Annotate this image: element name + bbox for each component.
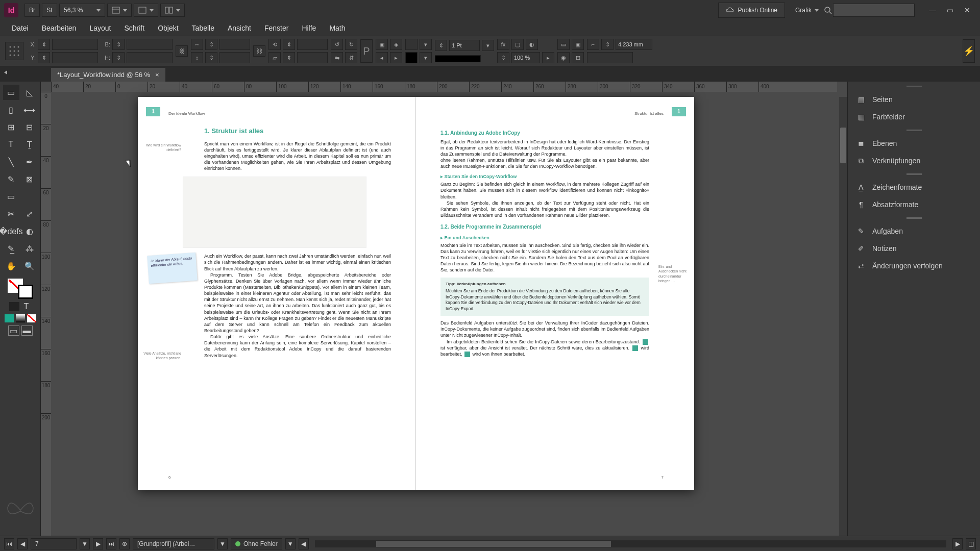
scale-x-stepper[interactable]: ⇕ [205,39,217,50]
fill-swatch[interactable] [405,39,418,50]
rectangle-frame-tool[interactable]: ⊠ [21,171,38,187]
scrollbar-thumb[interactable] [376,541,611,547]
hscroll-left-button[interactable]: ◀ [299,538,309,549]
close-window-button[interactable]: ✕ [959,4,976,17]
menu-objekt[interactable]: Objekt [151,21,185,35]
drop-shadow-button[interactable]: ▢ [511,39,524,50]
type-tool[interactable]: T [3,137,19,152]
page-left[interactable]: 1 Der ideale Workflow 1. Struktur ist al… [138,97,416,490]
normal-view-button[interactable]: ▭ [8,325,19,336]
rotate-ccw-button[interactable]: ↺ [331,39,343,50]
page-right[interactable]: 1 Struktur ist alles 1.1. Anbindung zu A… [416,97,694,490]
apply-none-button[interactable] [27,314,36,322]
document-tab[interactable]: *Layout_Workflow.indd @ 56 % × [51,68,165,82]
apply-color-button[interactable] [5,314,14,322]
shear-stepper[interactable]: ⇕ [283,52,295,63]
select-container-button[interactable]: ▣ [376,39,388,50]
stroke-style-select[interactable] [435,55,481,62]
direct-selection-tool[interactable]: ◺ [21,85,38,100]
corner-shape-select[interactable] [587,52,633,63]
w-field[interactable] [127,39,173,50]
ellipse-tool[interactable] [21,189,38,204]
workspace-switcher[interactable]: Grafik [791,4,823,17]
menu-bearbeiten[interactable]: Bearbeiten [35,21,83,35]
scale-y-select[interactable] [219,52,250,63]
stroke-weight-field[interactable] [449,40,480,51]
corner-options-button[interactable]: ⌐ [587,39,599,50]
apply-gradient-button[interactable] [16,314,25,322]
menu-tabelle[interactable]: Tabelle [185,21,221,35]
rectangle-tool[interactable]: ▭ [3,189,19,204]
formatting-text-button[interactable]: T [21,302,32,311]
panel-aenderungen[interactable]: ⇄Änderungen verfolgen [848,257,980,274]
panel-aufgaben[interactable]: ✎Aufgaben [848,222,980,240]
note-tool[interactable]: ✎̲ [3,241,19,256]
x-stepper[interactable]: ⇕ [38,39,50,50]
preflight-dropdown[interactable]: ▼ [285,538,296,549]
stroke-color-swatch[interactable] [18,285,33,299]
horizontal-scrollbar[interactable] [315,540,946,547]
flip-horizontal-button[interactable]: ⇋ [331,52,343,63]
type-on-path-tool[interactable]: Ṯ [21,137,38,152]
minimize-button[interactable]: — [924,4,941,17]
last-spread-button[interactable]: ⏭ [106,538,116,549]
corner-radius-field[interactable] [616,39,652,50]
preview-view-button[interactable]: ▬ [21,325,33,336]
pencil-tool[interactable]: ✎ [3,171,19,187]
text-wrap-jump-button[interactable]: ⊟ [572,52,584,63]
menu-fenster[interactable]: Fenster [258,21,295,35]
fill-dropdown[interactable]: ▾ [420,39,432,50]
select-next-button[interactable]: ▸ [390,52,402,63]
gap-tool[interactable]: ⟷ [21,102,38,117]
text-wrap-shape-button[interactable]: ◉ [557,52,570,63]
corner-stepper[interactable]: ⇕ [601,39,614,50]
panel-ebenen[interactable]: ≣Ebenen [848,135,980,152]
panel-zeichenformate[interactable]: A̲Zeichenformate [848,179,980,196]
formatting-container-button[interactable] [9,302,19,311]
panel-collapse-icon[interactable] [4,70,7,74]
dock-grip-icon[interactable] [848,82,980,91]
hscroll-right-button[interactable]: ▶ [952,538,963,549]
stock-button[interactable]: St [42,4,57,17]
view-options-button[interactable] [107,4,132,17]
constrain-proportions-toggle[interactable]: ⛓ [176,45,188,57]
rotation-stepper[interactable]: ⇕ [283,39,295,50]
scale-x-select[interactable] [219,39,250,50]
y-stepper[interactable]: ⇕ [38,52,50,63]
profile-dropdown[interactable]: ▼ [217,538,228,549]
prev-spread-button[interactable]: ◀ [17,538,28,549]
arrange-documents-button[interactable] [160,4,185,17]
menu-schrift[interactable]: Schrift [117,21,151,35]
select-previous-button[interactable]: ◂ [376,52,388,63]
select-content-button[interactable]: ◈ [390,39,402,50]
reference-point-proxy[interactable] [5,42,23,60]
bridge-button[interactable]: Br [24,4,40,17]
zoom-level-select[interactable]: 56,3 % [59,4,105,17]
maximize-button[interactable]: ▭ [941,4,959,17]
gradient-feather-tool[interactable]: ◐ [21,223,38,239]
scissors-tool[interactable]: ✂ [3,206,19,221]
panel-notizen[interactable]: ✐Notizen [848,240,980,257]
shear-select[interactable] [297,52,328,63]
content-collector-tool[interactable]: ⊞ [3,119,19,135]
pen-tool[interactable]: ✒ [21,154,38,169]
menu-hilfe[interactable]: Hilfe [295,21,323,35]
first-spread-button[interactable]: ⏮ [4,538,14,549]
page-tool[interactable]: ▯ [3,102,19,117]
menu-datei[interactable]: Datei [5,21,35,35]
text-wrap-bbox-button[interactable]: ▣ [572,39,584,50]
stroke-weight-stepper[interactable]: ⇕ [435,40,447,51]
screen-mode-button[interactable] [134,4,158,17]
preflight-profile-select[interactable]: [Grundprofil] (Arbei… [133,538,214,549]
document-tab-close-icon[interactable]: × [155,71,159,79]
opacity-dropdown[interactable]: ▸ [542,52,554,63]
line-tool[interactable]: ╲ [3,154,19,169]
hand-tool[interactable]: ✋ [3,258,19,273]
menu-layout[interactable]: Layout [83,21,117,35]
quick-apply-button[interactable]: ⚡ [963,39,975,63]
opacity-stepper[interactable]: ⇕ [497,52,509,63]
menu-math[interactable]: Math [323,21,352,35]
rotation-select[interactable] [297,39,328,50]
flip-vertical-button[interactable]: ⇵ [345,52,357,63]
scrollbar-thumb[interactable] [840,128,846,163]
